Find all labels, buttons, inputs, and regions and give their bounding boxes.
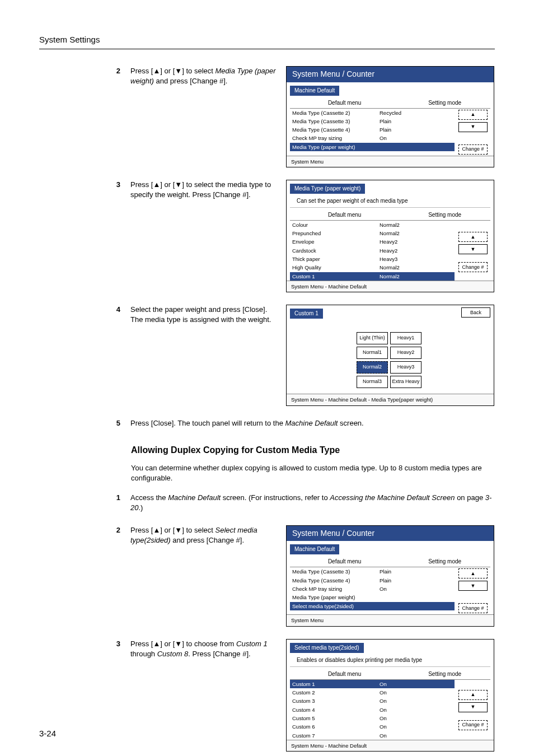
weight-option[interactable]: Heavy1	[390, 332, 421, 344]
up-icon: ▲	[153, 180, 160, 189]
col-default-menu: Default menu	[290, 99, 399, 107]
up-icon: ▲	[153, 640, 160, 648]
list-item[interactable]: Media Type (Cassette 3)Plain	[290, 117, 455, 125]
step-number: 1	[106, 493, 120, 503]
page-header: System Settings	[39, 34, 495, 49]
change-button[interactable]: Change #	[458, 144, 488, 155]
screen-custom1-weight: Custom 1 Back Light (Thin)Heavy1Normal1H…	[286, 305, 494, 405]
step-number: 2	[106, 66, 120, 76]
list-item[interactable]: Media Type (paper weight)	[290, 593, 455, 601]
list-item[interactable]: Check MP tray sizingOn	[290, 585, 455, 593]
down-button[interactable]: ▼	[458, 581, 488, 591]
down-icon: ▼	[175, 640, 182, 648]
weight-option[interactable]: Heavy2	[390, 347, 421, 359]
list-item[interactable]: Custom 1Normal2	[290, 272, 455, 281]
step-number: 2	[106, 525, 120, 535]
up-button[interactable]: ▲	[458, 110, 488, 120]
list-item[interactable]: EnvelopeHeavy2	[290, 237, 455, 246]
list-item[interactable]: Custom 2On	[290, 688, 455, 697]
list-item[interactable]: Media Type (Cassette 3)Plain	[290, 567, 455, 576]
section-heading: Allowing Duplex Copying for Custom Media…	[131, 444, 495, 456]
col-setting-mode: Setting mode	[399, 670, 490, 678]
col-default-menu: Default menu	[290, 211, 399, 219]
weight-grid: Light (Thin)Heavy1Normal1Heavy2Normal2He…	[357, 332, 424, 388]
tab-machine-default[interactable]: Machine Default	[290, 544, 339, 554]
weight-option[interactable]: Heavy3	[390, 361, 421, 374]
up-icon: ▲	[153, 67, 160, 75]
step-text: Press [▲] or [▼] to select Media Type (p…	[130, 66, 276, 86]
down-button[interactable]: ▼	[458, 244, 488, 254]
list-item[interactable]: Custom 4On	[290, 706, 455, 714]
up-button[interactable]: ▲	[458, 232, 488, 242]
screen-select-media-2sided: Select media type(2sided) Enables or dis…	[286, 639, 494, 752]
step-text: Select the paper weight and press [Close…	[130, 305, 276, 325]
list-item[interactable]: Check MP tray sizingOn	[290, 134, 455, 142]
step-text: Press [Close]. The touch panel will retu…	[130, 418, 495, 428]
step-text: Press [▲] or [▼] to choose from Custom 1…	[130, 639, 276, 659]
step-text: Press [▲] or [▼] to select the media typ…	[130, 180, 276, 200]
section-paragraph: You can determine whether duplex copying…	[131, 463, 495, 483]
list-item[interactable]: Media Type (paper weight)	[290, 143, 455, 151]
step-number: 5	[106, 418, 120, 428]
col-default-menu: Default menu	[290, 558, 399, 566]
list-item[interactable]: Media Type (Cassette 4)Plain	[290, 125, 455, 134]
list-item[interactable]: PrepunchedNormal2	[290, 229, 455, 237]
list-item[interactable]: Custom 3On	[290, 697, 455, 705]
screen-paper-weight: Media Type (paper weight) Can set the pa…	[286, 180, 494, 292]
list-item[interactable]: Custom 6On	[290, 722, 455, 731]
screen-machine-default: System Menu / Counter Machine Default De…	[286, 66, 494, 167]
list-item[interactable]: High QualityNormal2	[290, 263, 455, 272]
screen-title: System Menu / Counter	[287, 526, 494, 542]
breadcrumb: System Menu - Machine Default - Media Ty…	[287, 394, 494, 405]
page-number: 3-24	[39, 727, 56, 739]
list-item[interactable]: Select media type(2sided)	[290, 602, 455, 610]
list-item[interactable]: Custom 1On	[290, 680, 455, 688]
breadcrumb: System Menu - Machine Default	[287, 740, 494, 751]
list-item[interactable]: Custom 5On	[290, 714, 455, 722]
list-item[interactable]: CardstockHeavy2	[290, 246, 455, 255]
screen-note: Enables or disables duplex printing per …	[290, 655, 490, 667]
up-button[interactable]: ▲	[458, 568, 488, 578]
col-default-menu: Default menu	[290, 670, 399, 678]
tab-machine-default[interactable]: Machine Default	[290, 86, 339, 96]
step-text: Press [▲] or [▼] to select Select media …	[130, 525, 276, 545]
down-button[interactable]: ▼	[458, 122, 488, 132]
back-button[interactable]: Back	[461, 307, 490, 318]
step-number: 4	[106, 305, 120, 315]
screen-machine-default-2: System Menu / Counter Machine Default De…	[286, 525, 494, 627]
breadcrumb: System Menu - Machine Default	[287, 281, 494, 292]
up-button[interactable]: ▲	[458, 690, 488, 700]
list-item[interactable]: Thick paperHeavy3	[290, 255, 455, 263]
tab-select-media[interactable]: Select media type(2sided)	[290, 643, 364, 653]
list-item[interactable]: ColourNormal2	[290, 221, 455, 229]
tab-paper-weight[interactable]: Media Type (paper weight)	[290, 184, 365, 194]
weight-option[interactable]: Light (Thin)	[357, 332, 388, 344]
step-number: 3	[106, 639, 120, 649]
weight-option[interactable]: Normal3	[357, 376, 388, 388]
down-button[interactable]: ▼	[458, 702, 488, 712]
change-button[interactable]: Change #	[458, 262, 488, 272]
screen-note: Can set the paper weight of each media t…	[290, 196, 490, 208]
col-setting-mode: Setting mode	[399, 99, 490, 107]
down-icon: ▼	[175, 67, 182, 75]
weight-option[interactable]: Extra Heavy	[390, 376, 421, 388]
col-setting-mode: Setting mode	[399, 558, 490, 566]
change-button[interactable]: Change #	[458, 720, 488, 730]
down-icon: ▼	[175, 180, 182, 189]
step-number: 3	[106, 180, 120, 190]
breadcrumb: System Menu	[287, 156, 494, 167]
up-icon: ▲	[153, 526, 160, 534]
weight-option[interactable]: Normal2	[357, 361, 388, 374]
col-setting-mode: Setting mode	[399, 211, 490, 219]
step-text: Access the Machine Default screen. (For …	[130, 493, 495, 513]
list-item[interactable]: Custom 7On	[290, 731, 455, 740]
weight-option[interactable]: Normal1	[357, 347, 388, 359]
tab-custom1[interactable]: Custom 1	[290, 309, 323, 319]
list-item[interactable]: Media Type (Cassette 4)Plain	[290, 576, 455, 585]
change-button[interactable]: Change #	[458, 603, 488, 613]
down-icon: ▼	[175, 526, 182, 534]
list-item[interactable]: Media Type (Cassette 2)Recycled	[290, 109, 455, 117]
screen-title: System Menu / Counter	[287, 67, 494, 82]
breadcrumb: System Menu	[287, 614, 494, 626]
